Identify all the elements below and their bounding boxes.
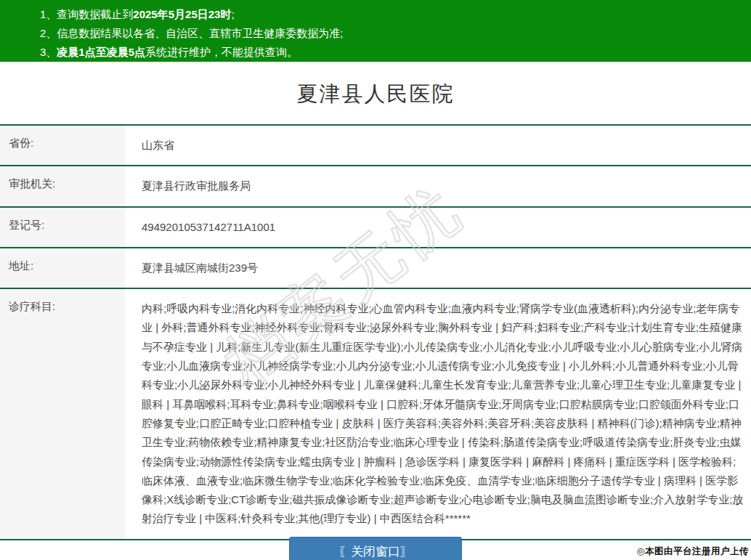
notice-text-end: ; — [231, 8, 234, 20]
uploader-stamp: ◎本图由平台注册用户上传 — [637, 545, 749, 558]
field-label-registration-number: 登记号: — [0, 208, 125, 247]
field-value-registration-number: 49492010537142711A1001 — [125, 208, 751, 247]
field-value-medical-subjects: 内科;呼吸内科专业;消化内科专业;神经内科专业;心血管内科专业;血液内科专业;肾… — [125, 289, 751, 539]
notice-banner: 1、查询数据截止到2025年5月25日23时; 2、信息数据结果以各省、自治区、… — [0, 0, 751, 62]
field-value-province: 山东省 — [125, 126, 751, 165]
query-result-page: 1、查询数据截止到2025年5月25日23时; 2、信息数据结果以各省、自治区、… — [0, 0, 751, 560]
notice-text: 查询数据截止到 — [57, 8, 133, 20]
field-value-approval-authority: 夏津县行政审批服务局 — [125, 166, 751, 206]
info-row-address: 地址: 夏津县城区南城街239号 — [0, 248, 751, 289]
field-label-province: 省份: — [0, 126, 125, 165]
close-window-button[interactable]: 〖关闭窗口〗 — [289, 537, 462, 560]
notice-number: 1、 — [40, 8, 57, 20]
notice-highlight: 凌晨1点至凌晨5点 — [57, 46, 145, 58]
notice-number: 3、 — [40, 46, 57, 58]
field-label-approval-authority: 审批机关: — [0, 166, 125, 206]
notice-number: 2、 — [40, 27, 57, 39]
field-label-medical-subjects: 诊疗科目: — [0, 289, 125, 539]
info-row-medical-subjects: 诊疗科目: 内科;呼吸内科专业;消化内科专业;神经内科专业;心血管内科专业;血液… — [0, 289, 751, 540]
field-value-address: 夏津县城区南城街239号 — [125, 248, 751, 288]
info-row-registration-number: 登记号: 49492010537142711A1001 — [0, 208, 751, 248]
hospital-info-table: 省份: 山东省 审批机关: 夏津县行政审批服务局 登记号: 4949201053… — [0, 124, 751, 540]
hospital-title: 夏津县人民医院 — [0, 80, 751, 109]
notice-highlight: 2025年5月25日23时 — [133, 8, 231, 20]
notice-text-end: 系统进行维护，不能提供查询。 — [145, 46, 298, 58]
notice-line-1: 1、查询数据截止到2025年5月25日23时; — [40, 5, 744, 24]
info-row-province: 省份: 山东省 — [0, 126, 751, 166]
field-label-address: 地址: — [0, 248, 125, 288]
notice-line-2: 2、信息数据结果以各省、自治区、直辖市卫生健康委数据为准; — [40, 24, 744, 43]
notice-text: 信息数据结果以各省、自治区、直辖市卫生健康委数据为准; — [57, 27, 343, 39]
notice-line-3: 3、凌晨1点至凌晨5点系统进行维护，不能提供查询。 — [40, 43, 744, 62]
info-row-approval-authority: 审批机关: 夏津县行政审批服务局 — [0, 166, 751, 207]
